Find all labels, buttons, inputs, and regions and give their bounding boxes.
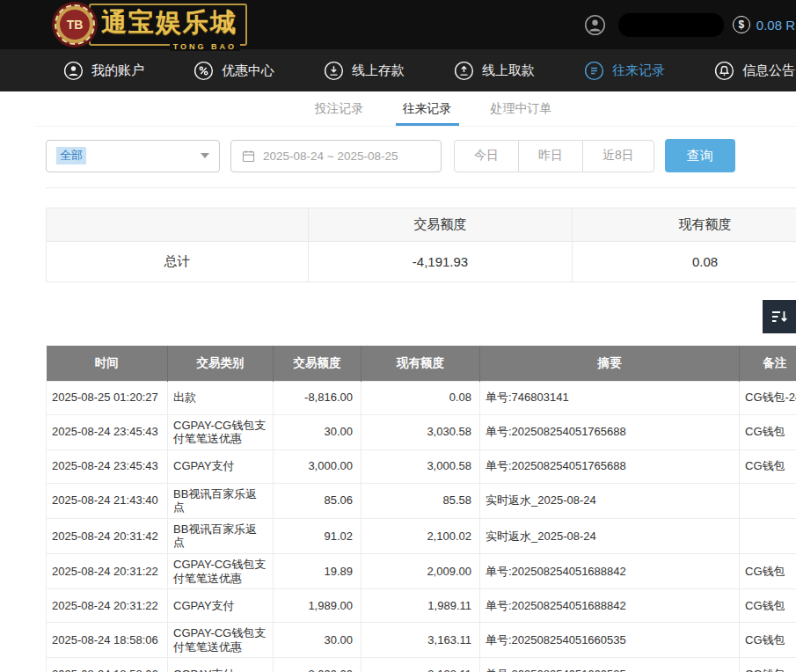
table-row: 2025-08-24 18:58:06CGPAY-CG钱包支付笔笔送优惠30.0… bbox=[47, 623, 796, 658]
nav-item-promotions[interactable]: 优惠中心 bbox=[194, 61, 274, 81]
username-redacted bbox=[618, 13, 724, 37]
logo-chip-icon: TB bbox=[55, 4, 95, 45]
table-row: 2025-08-24 20:31:22CGPAY支付1,989.001,989.… bbox=[47, 589, 796, 623]
cell-time: 2025-08-24 18:58:06 bbox=[47, 623, 168, 658]
col-header-remark: 备注 bbox=[740, 346, 796, 381]
cell-balance: 3,030.58 bbox=[361, 414, 480, 449]
cell-time: 2025-08-24 20:31:42 bbox=[47, 518, 168, 553]
cell-time: 2025-08-24 23:45:43 bbox=[47, 449, 168, 483]
type-filter-value: 全部 bbox=[56, 147, 86, 164]
promo-icon bbox=[194, 61, 214, 81]
today-button[interactable]: 今日 bbox=[454, 140, 519, 172]
cell-amount: 91.02 bbox=[274, 518, 361, 553]
cell-type: CGPAY-CG钱包支付笔笔送优惠 bbox=[168, 623, 274, 658]
nav-item-label: 优惠中心 bbox=[222, 62, 274, 79]
col-header-summary: 摘要 bbox=[480, 346, 740, 381]
cell-amount: -8,816.00 bbox=[274, 381, 361, 414]
cell-time: 2025-08-24 20:31:22 bbox=[47, 554, 168, 589]
topbar-account-area: $ 0.08 R bbox=[584, 0, 796, 49]
table-row: 2025-08-24 18:58:06CGPAY支付3,000.003,133.… bbox=[47, 658, 796, 672]
nav-item-label: 线上取款 bbox=[482, 62, 535, 79]
cell-balance: 1,989.11 bbox=[361, 589, 480, 623]
summary-header-row: 交易额度 现有额度 bbox=[47, 208, 796, 242]
cell-remark: CG钱包 bbox=[740, 589, 796, 623]
nav-item-label: 我的账户 bbox=[91, 62, 144, 79]
sort-button[interactable] bbox=[763, 300, 796, 333]
nav-item-announcements[interactable]: 信息公告 bbox=[714, 61, 795, 81]
cell-type: CGPAY-CG钱包支付笔笔送优惠 bbox=[168, 554, 274, 589]
nav-item-withdraw[interactable]: 线上取款 bbox=[454, 61, 535, 81]
announcement-icon bbox=[714, 61, 734, 81]
last-8-days-button[interactable]: 近8日 bbox=[582, 140, 654, 172]
logo-subtitle: TONG BAO bbox=[170, 42, 240, 51]
cell-time: 2025-08-24 18:58:06 bbox=[47, 658, 168, 672]
cell-balance: 0.08 bbox=[361, 381, 480, 414]
cell-amount: 85.06 bbox=[274, 483, 361, 518]
cell-summary: 单号:202508254051660535 bbox=[480, 658, 740, 672]
cell-type: CGPAY-CG钱包支付笔笔送优惠 bbox=[168, 414, 274, 449]
date-range-input[interactable]: 2025-08-24 ~ 2025-08-25 bbox=[230, 140, 442, 172]
date-range-value: 2025-08-24 ~ 2025-08-25 bbox=[263, 150, 398, 163]
top-bar: TB 通宝娱乐城 TONG BAO $ 0.08 R bbox=[0, 0, 796, 49]
cell-time: 2025-08-24 20:31:22 bbox=[47, 589, 168, 623]
cell-summary: 单号:202508254051765688 bbox=[480, 414, 740, 449]
table-row: 2025-08-24 23:45:43CGPAY支付3,000.003,000.… bbox=[47, 449, 796, 483]
col-header-amount: 交易额度 bbox=[274, 346, 361, 381]
type-filter-select[interactable]: 全部 bbox=[46, 140, 220, 172]
search-button[interactable]: 查询 bbox=[665, 139, 735, 172]
cell-type: CGPAY支付 bbox=[168, 449, 274, 483]
cell-summary: 单号:746803141 bbox=[480, 381, 740, 414]
table-row: 2025-08-24 21:43:40BB视讯百家乐返点85.0685.58实时… bbox=[47, 483, 796, 518]
nav-item-label: 信息公告 bbox=[742, 62, 795, 79]
summary-total-transaction: -4,191.93 bbox=[309, 242, 573, 282]
deposit-icon bbox=[324, 61, 344, 81]
table-row: 2025-08-24 23:45:43CGPAY-CG钱包支付笔笔送优惠30.0… bbox=[47, 414, 796, 449]
cell-amount: 19.89 bbox=[274, 554, 361, 589]
tab-betting-records[interactable]: 投注记录 bbox=[308, 91, 371, 126]
cell-remark bbox=[740, 483, 796, 518]
col-header-time: 时间 bbox=[47, 346, 168, 381]
cell-type: BB视讯百家乐返点 bbox=[168, 483, 274, 518]
balance-amount: 0.08 R bbox=[756, 18, 796, 33]
cell-type: CGPAY支付 bbox=[168, 658, 274, 672]
sort-row bbox=[46, 300, 796, 333]
section-divider bbox=[46, 187, 796, 188]
cell-type: 出款 bbox=[168, 381, 274, 414]
summary-header-transaction: 交易额度 bbox=[309, 208, 573, 242]
cell-amount: 3,000.00 bbox=[274, 658, 361, 672]
cell-remark: CG钱包 bbox=[740, 554, 796, 589]
table-row: 2025-08-25 01:20:27出款-8,816.000.08单号:746… bbox=[47, 381, 796, 414]
user-icon bbox=[63, 61, 84, 81]
cell-remark: CG钱包 bbox=[740, 449, 796, 483]
cell-summary: 实时返水_2025-08-24 bbox=[480, 483, 740, 518]
site-logo: TB 通宝娱乐城 TONG BAO bbox=[55, 4, 247, 46]
summary-total-label: 总计 bbox=[47, 242, 309, 282]
cell-balance: 3,000.58 bbox=[361, 449, 480, 483]
currency-icon: $ bbox=[733, 16, 750, 33]
summary-header-balance: 现有额度 bbox=[573, 208, 796, 242]
tab-transaction-records[interactable]: 往来记录 bbox=[396, 91, 459, 126]
user-avatar-icon bbox=[584, 14, 606, 36]
transactions-body: 2025-08-25 01:20:27出款-8,816.000.08单号:746… bbox=[47, 381, 796, 672]
records-icon bbox=[584, 61, 604, 81]
cell-type: CGPAY支付 bbox=[168, 589, 274, 623]
yesterday-button[interactable]: 昨日 bbox=[518, 140, 583, 172]
nav-item-deposit[interactable]: 线上存款 bbox=[324, 61, 405, 81]
summary-total-balance: 0.08 bbox=[573, 242, 796, 282]
transactions-table: 时间 交易类别 交易额度 现有额度 摘要 备注 2025-08-25 01:20… bbox=[46, 346, 796, 672]
nav-item-records[interactable]: 往来记录 bbox=[584, 61, 665, 81]
tab-pending-orders[interactable]: 处理中订单 bbox=[484, 91, 559, 126]
sort-icon bbox=[769, 306, 790, 327]
table-row: 2025-08-24 20:31:22CGPAY-CG钱包支付笔笔送优惠19.8… bbox=[47, 554, 796, 589]
summary-total-row: 总计 -4,191.93 0.08 bbox=[47, 242, 796, 282]
logo-frame: 通宝娱乐城 TONG BAO bbox=[89, 4, 247, 46]
main-nav: 我的账户 优惠中心 线上存款 线上取款 往来记录 bbox=[0, 49, 796, 91]
transaction-records-page: TB 通宝娱乐城 TONG BAO $ 0.08 R 我的账户 bbox=[0, 0, 796, 672]
cell-remark: CG钱包 bbox=[740, 414, 796, 449]
nav-item-my-account[interactable]: 我的账户 bbox=[63, 61, 144, 81]
cell-time: 2025-08-25 01:20:27 bbox=[47, 381, 168, 414]
cell-amount: 30.00 bbox=[274, 414, 361, 449]
cell-time: 2025-08-24 23:45:43 bbox=[47, 414, 168, 449]
cell-amount: 30.00 bbox=[274, 623, 361, 658]
cell-summary: 单号:202508254051688842 bbox=[480, 589, 740, 623]
